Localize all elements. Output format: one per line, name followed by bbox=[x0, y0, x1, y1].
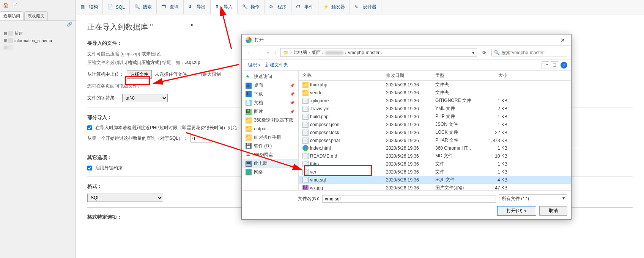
file-name: .gitignore bbox=[310, 98, 329, 103]
choose-file-button[interactable]: 选择文件 bbox=[127, 70, 152, 79]
cancel-button[interactable]: 取消 bbox=[539, 206, 567, 216]
file-row[interactable]: 📄ver2020/5/26 19:36文件1 KB bbox=[299, 168, 571, 176]
sidebar-tabs: 近期访问 表收藏夹 bbox=[0, 11, 76, 21]
expand-icon[interactable]: ⊞ bbox=[3, 38, 8, 43]
col-date[interactable]: 修改日期 bbox=[386, 72, 435, 79]
sidebar-tab-recent[interactable]: 近期访问 bbox=[0, 11, 24, 20]
link-icon[interactable]: 🔗 bbox=[0, 21, 76, 28]
search-box[interactable]: 🔍 bbox=[491, 49, 567, 56]
partial-check-label: 在导入时脚本若检测到接近PHP超时时限（即需要花费很长时间）则允 bbox=[95, 125, 237, 131]
file-row[interactable]: 📄.gitignore2020/5/26 19:36GITIGNORE 文件1 … bbox=[299, 97, 571, 105]
pc-icon: 💻 bbox=[246, 161, 252, 167]
file-name: vmq.sql bbox=[310, 177, 326, 183]
col-name[interactable]: 名称 bbox=[299, 72, 386, 79]
skip-input[interactable] bbox=[191, 135, 213, 142]
dlg-side-pic[interactable]: 🖼图片📌 bbox=[242, 107, 298, 116]
nav-recent-icon[interactable]: ▾ bbox=[265, 50, 271, 55]
file-row[interactable]: 📄composer.lock2020/5/26 19:36LOCK 文件22 K… bbox=[299, 128, 571, 136]
breadcrumb-item[interactable]: 此电脑 bbox=[293, 49, 307, 56]
dlg-side-folder[interactable]: 📁output bbox=[242, 125, 298, 133]
organize-button[interactable]: 组织▼ bbox=[246, 61, 263, 69]
file-row[interactable]: 🌐index.html2020/5/26 19:36360 Chrome HT.… bbox=[299, 144, 571, 152]
dlg-side-net[interactable]: 🌐网络 bbox=[242, 168, 298, 177]
filter-select[interactable]: 所有文件 (*.*)▾ bbox=[499, 194, 567, 203]
file-row[interactable]: 📄.travis.yml2020/5/26 19:36YML 文件2 KB bbox=[299, 105, 571, 113]
nav-back-icon[interactable]: ← bbox=[246, 50, 253, 55]
breadcrumb-item[interactable]: vmqphp-master bbox=[348, 50, 379, 55]
tab-designer[interactable]: ✎设计器 bbox=[350, 0, 381, 14]
file-type: 文件 bbox=[435, 161, 481, 167]
tab-sql[interactable]: 📄SQL bbox=[103, 0, 130, 14]
file-date: 2020/5/26 19:36 bbox=[386, 122, 435, 127]
help-icon[interactable]: ? bbox=[561, 62, 567, 69]
col-size[interactable]: 大小 bbox=[481, 72, 511, 79]
doc-icon[interactable]: 📄 bbox=[12, 3, 18, 9]
charset-select[interactable]: utf-8 bbox=[122, 94, 168, 102]
breadcrumb[interactable]: 📁›此电脑›桌面›xxxxxxxx›vmqphp-master› ▾ bbox=[280, 48, 477, 57]
file-row[interactable]: 📄composer.phar2020/5/26 19:36PHAR 文件1,87… bbox=[299, 136, 571, 144]
tab-routine[interactable]: ⚙程序 bbox=[265, 0, 291, 14]
filename-input[interactable] bbox=[322, 195, 496, 203]
file-row[interactable]: 🖼wx.jpg2020/5/26 19:36图片文件(.jpg)47 KB bbox=[299, 184, 571, 190]
fk-checkbox[interactable] bbox=[87, 166, 92, 170]
tree-db-0[interactable]: ⊞ information_schema bbox=[2, 37, 74, 44]
dlg-side-folder[interactable]: 📁红盟操作手册 bbox=[242, 133, 298, 142]
side-label: 文档 bbox=[254, 100, 263, 106]
dlg-side-download[interactable]: ⬇下载📌 bbox=[242, 90, 298, 99]
file-row[interactable]: 📄README.md2020/5/26 19:36MD 文件10 KB bbox=[299, 152, 571, 160]
dlg-side-doc[interactable]: 📄文档📌 bbox=[242, 99, 298, 107]
tab-query[interactable]: 🗔查询 bbox=[157, 0, 184, 14]
format-select[interactable]: SQL bbox=[87, 194, 163, 202]
partial-checkbox[interactable] bbox=[87, 125, 92, 130]
breadcrumb-dropdown-icon[interactable]: ▾ bbox=[472, 50, 474, 55]
dlg-side-folder[interactable]: 📁360极速浏览器下载 bbox=[242, 116, 298, 125]
dialog-nav: ← → ▾ ↑ 📁›此电脑›桌面›xxxxxxxx›vmqphp-master›… bbox=[242, 46, 571, 59]
tab-event[interactable]: ⏱事件 bbox=[291, 0, 318, 14]
dlg-side-pc[interactable]: 💻此电脑 bbox=[242, 159, 298, 168]
file-row[interactable]: 📁thinkphp2020/5/26 19:36文件夹 bbox=[299, 81, 571, 89]
dlg-side-wps[interactable]: ☁WPS网盘 bbox=[242, 150, 298, 159]
file-row[interactable]: 📄vmq.sql2020/5/26 19:36SQL 文件4 KB bbox=[299, 176, 571, 184]
file-type: PHAR 文件 bbox=[435, 137, 481, 144]
tab-import[interactable]: ⬆导入 bbox=[211, 0, 238, 14]
file-row[interactable]: 📄think2020/5/26 19:36文件1 KB bbox=[299, 160, 571, 168]
file-name: index.html bbox=[310, 145, 331, 151]
tab-structure[interactable]: ▦结构 bbox=[76, 0, 103, 14]
file-type: 文件夹 bbox=[435, 89, 481, 96]
query-icon: 🗔 bbox=[161, 4, 167, 10]
file-icon: 📄 bbox=[302, 130, 309, 136]
tab-search[interactable]: 🔍搜索 bbox=[130, 0, 157, 14]
tree-new[interactable]: ⊟ 新建 bbox=[2, 30, 74, 37]
dlg-side-star[interactable]: ★快速访问 bbox=[242, 72, 298, 81]
tab-export[interactable]: ⬇导出 bbox=[184, 0, 211, 14]
sidebar-tab-favorites[interactable]: 表收藏夹 bbox=[24, 11, 48, 20]
search-input[interactable] bbox=[501, 50, 565, 55]
nav-up-icon[interactable]: ↑ bbox=[273, 50, 278, 55]
dlg-side-drive[interactable]: 💾软件 (D:) bbox=[242, 142, 298, 150]
side-label: 下载 bbox=[254, 91, 263, 97]
fk-label: 启用外键约束 bbox=[95, 165, 123, 171]
view-preview-icon[interactable]: ❏ bbox=[551, 61, 558, 69]
breadcrumb-item[interactable]: 桌面 bbox=[312, 49, 321, 56]
close-icon[interactable]: ✕ bbox=[558, 37, 567, 43]
open-button[interactable]: 打开(O) ▼ bbox=[497, 206, 536, 216]
file-row[interactable]: 📄composer.json2020/5/26 19:36JSON 文件1 KB bbox=[299, 120, 571, 128]
skip-label: 从第一个开始跳过这些数量的查询（对于SQL）： bbox=[87, 135, 187, 142]
expand-icon[interactable]: ⊞ bbox=[3, 45, 8, 50]
nav-forward-icon[interactable]: → bbox=[255, 50, 263, 55]
file-date: 2020/5/26 19:36 bbox=[386, 98, 435, 103]
home-icon[interactable]: 🏠 bbox=[3, 3, 9, 9]
tree-db-1-label bbox=[14, 45, 24, 50]
file-row[interactable]: 📁vendor2020/5/26 19:36文件夹 bbox=[299, 89, 571, 97]
new-folder-button[interactable]: 新建文件夹 bbox=[263, 61, 290, 69]
tab-ops[interactable]: 🔧操作 bbox=[238, 0, 265, 14]
tab-trigger[interactable]: ⚡触发器 bbox=[318, 0, 350, 14]
breadcrumb-item[interactable]: xxxxxxxx bbox=[325, 50, 343, 55]
tree-db-1[interactable]: ⊞ bbox=[2, 44, 74, 51]
file-row[interactable]: 📄build.php2020/5/26 19:36PHP 文件1 KB bbox=[299, 113, 571, 120]
view-list-icon[interactable]: ☰▼ bbox=[542, 61, 549, 69]
reload-icon[interactable]: ⟳ bbox=[479, 49, 489, 56]
col-type[interactable]: 类型 bbox=[435, 72, 481, 79]
chevron-right-icon: › bbox=[345, 50, 346, 55]
dlg-side-desktop[interactable]: 🖥桌面📌 bbox=[242, 81, 298, 90]
